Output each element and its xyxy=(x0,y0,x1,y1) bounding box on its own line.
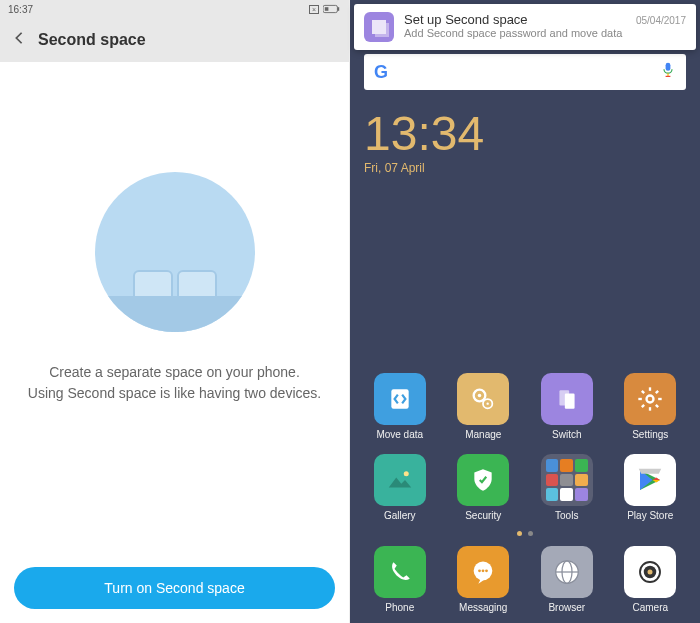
app-tools-folder[interactable]: Tools xyxy=(527,454,607,521)
status-time: 16:37 xyxy=(8,4,33,15)
body: Create a separate space on your phone. U… xyxy=(0,62,349,553)
dock: Phone Messaging Browser Camera xyxy=(350,540,700,623)
second-space-icon xyxy=(364,12,394,42)
clock-widget[interactable]: 13:34 Fri, 07 April xyxy=(364,108,686,175)
settings-screen: 16:37 × Second space Create a separate s… xyxy=(0,0,350,623)
notification-body: Set up Second space 05/04/2017 Add Secon… xyxy=(404,12,686,42)
svg-point-26 xyxy=(485,569,488,572)
tools-folder-icon xyxy=(541,454,593,506)
app-label: Camera xyxy=(632,602,668,613)
svg-line-20 xyxy=(642,405,644,407)
app-security[interactable]: Security xyxy=(444,454,524,521)
app-messaging[interactable]: Messaging xyxy=(444,546,524,613)
app-camera[interactable]: Camera xyxy=(611,546,691,613)
notification-subtitle: Add Second space password and move data xyxy=(404,27,686,39)
svg-rect-3 xyxy=(666,63,671,71)
messaging-icon xyxy=(457,546,509,598)
clock-date: Fri, 07 April xyxy=(364,161,686,175)
page-indicator xyxy=(350,527,700,540)
svg-point-10 xyxy=(487,403,489,405)
svg-rect-1 xyxy=(337,7,339,11)
notification-title: Set up Second space xyxy=(404,12,528,27)
app-label: Browser xyxy=(548,602,585,613)
app-settings[interactable]: Settings xyxy=(611,373,691,440)
app-manage[interactable]: Manage xyxy=(444,373,524,440)
page-dot-active xyxy=(517,531,522,536)
play-store-icon xyxy=(624,454,676,506)
svg-point-13 xyxy=(647,396,654,403)
app-switch[interactable]: Switch xyxy=(527,373,607,440)
svg-point-25 xyxy=(482,569,485,572)
close-indicator-icon: × xyxy=(309,5,319,14)
security-icon xyxy=(457,454,509,506)
app-move-data[interactable]: Move data xyxy=(360,373,440,440)
app-phone[interactable]: Phone xyxy=(360,546,440,613)
app-label: Phone xyxy=(385,602,414,613)
move-data-icon xyxy=(374,373,426,425)
svg-point-24 xyxy=(478,569,481,572)
camera-icon xyxy=(624,546,676,598)
app-label: Settings xyxy=(632,429,668,440)
turn-on-label: Turn on Second space xyxy=(104,580,244,596)
notification-date: 05/04/2017 xyxy=(636,15,686,26)
switch-icon xyxy=(541,373,593,425)
google-logo-icon: G xyxy=(374,62,388,83)
page-title: Second space xyxy=(38,31,146,49)
description: Create a separate space on your phone. U… xyxy=(22,362,327,404)
app-grid: Move data Manage Switch Settings Gallery xyxy=(350,373,700,527)
svg-line-21 xyxy=(656,391,658,393)
status-icons: × xyxy=(309,4,341,14)
svg-rect-12 xyxy=(565,394,575,409)
app-label: Gallery xyxy=(384,510,416,521)
header: Second space xyxy=(0,18,349,62)
footer: Turn on Second space xyxy=(0,553,349,623)
home-screen: Set up Second space 05/04/2017 Add Secon… xyxy=(350,0,700,623)
browser-icon xyxy=(541,546,593,598)
desc-line-2: Using Second space is like having two de… xyxy=(28,383,321,404)
second-space-illustration xyxy=(95,172,255,332)
app-play-store[interactable]: Play Store xyxy=(611,454,691,521)
battery-icon xyxy=(323,4,341,14)
app-browser[interactable]: Browser xyxy=(527,546,607,613)
svg-line-19 xyxy=(656,405,658,407)
page-dot xyxy=(528,531,533,536)
svg-point-8 xyxy=(478,394,482,398)
desc-line-1: Create a separate space on your phone. xyxy=(28,362,321,383)
svg-rect-2 xyxy=(325,7,329,11)
clock-time: 13:34 xyxy=(364,108,686,161)
app-label: Security xyxy=(465,510,501,521)
app-label: Manage xyxy=(465,429,501,440)
svg-point-22 xyxy=(404,471,409,476)
app-label: Messaging xyxy=(459,602,507,613)
svg-line-18 xyxy=(642,391,644,393)
settings-icon xyxy=(624,373,676,425)
status-bar: 16:37 × xyxy=(0,0,349,18)
app-gallery[interactable]: Gallery xyxy=(360,454,440,521)
phone-icon xyxy=(374,546,426,598)
turn-on-button[interactable]: Turn on Second space xyxy=(14,567,335,609)
notification[interactable]: Set up Second space 05/04/2017 Add Secon… xyxy=(354,4,696,50)
google-search-widget[interactable]: G xyxy=(364,54,686,90)
svg-point-33 xyxy=(648,570,653,575)
app-label: Tools xyxy=(555,510,578,521)
manage-icon xyxy=(457,373,509,425)
mic-icon[interactable] xyxy=(660,62,676,82)
app-label: Move data xyxy=(376,429,423,440)
gallery-icon xyxy=(374,454,426,506)
app-label: Switch xyxy=(552,429,581,440)
back-icon[interactable] xyxy=(12,31,26,49)
app-label: Play Store xyxy=(627,510,673,521)
